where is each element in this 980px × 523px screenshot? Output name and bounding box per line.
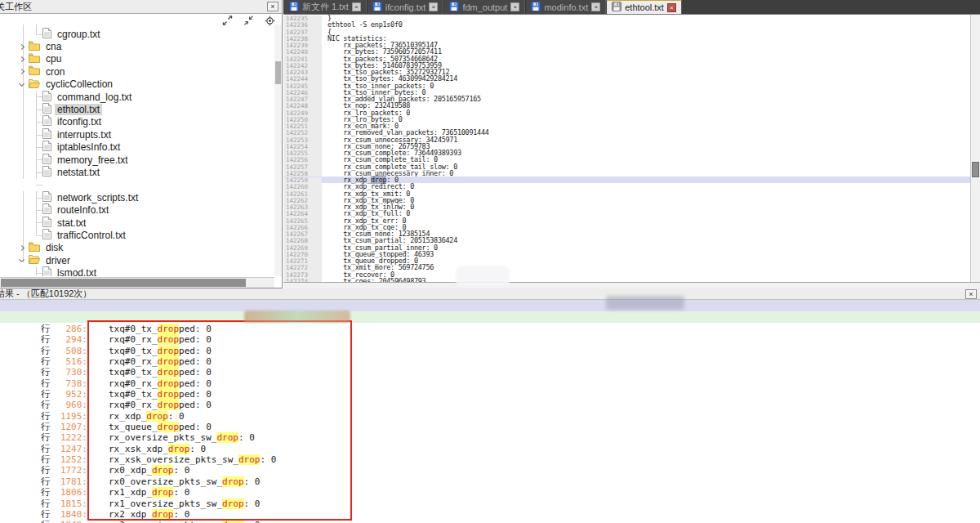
match-row[interactable]: 行508:txq#0_tx_dropped: 0 bbox=[0, 346, 980, 356]
editor-tab[interactable]: ifconfig.txt × bbox=[367, 0, 444, 14]
tree-item-cpu[interactable]: cpu bbox=[0, 53, 274, 65]
match-row[interactable]: 行1840:rx2_xdp_drop: 0 bbox=[0, 509, 980, 520]
scrollbar-thumb[interactable] bbox=[972, 162, 979, 177]
chevron-right-icon[interactable] bbox=[19, 245, 24, 251]
tree-item-cyclicCollection[interactable]: cyclicCollection bbox=[0, 78, 274, 91]
editor-horizontal-scrollbar[interactable] bbox=[283, 282, 980, 288]
match-row[interactable]: 行294:rxq#0_rx_dropped: 0 bbox=[0, 334, 980, 345]
match-highlight: drop bbox=[146, 411, 168, 422]
file-icon bbox=[42, 91, 51, 101]
match-row[interactable]: 行1252:rx_xsk_oversize_pkts_sw_drop: 0 bbox=[0, 454, 980, 465]
scrollbar-thumb[interactable] bbox=[1, 279, 246, 287]
match-highlight: drop bbox=[158, 324, 180, 334]
file-icon bbox=[42, 191, 51, 202]
file-icon bbox=[42, 128, 51, 139]
tree-item-network_scripts-txt[interactable]: network_scripts.txt bbox=[0, 191, 274, 203]
editor-vertical-scrollbar[interactable] bbox=[970, 15, 980, 282]
workspace-close-icon[interactable]: × bbox=[267, 2, 278, 11]
match-row[interactable]: 行960:rxq#0_rx_dropped: 0 bbox=[0, 400, 980, 410]
tree-item-driver[interactable]: driver bbox=[0, 254, 274, 266]
editor-tab[interactable]: 新文件 1.txt × bbox=[283, 0, 367, 14]
match-row[interactable]: 行738:rxq#0_rx_dropped: 0 bbox=[0, 378, 980, 389]
tab-close-icon[interactable]: × bbox=[510, 2, 519, 11]
match-line-number: 1207: bbox=[53, 422, 87, 432]
match-row[interactable]: 行516:rxq#0_rx_dropped: 0 bbox=[0, 356, 980, 367]
match-highlight: drop bbox=[152, 465, 174, 476]
tree-vertical-scrollbar[interactable] bbox=[274, 25, 282, 276]
tree-item-label: cgroup.txt bbox=[55, 29, 103, 40]
tree-item-ethtool-txt[interactable]: ethtool.txt bbox=[0, 103, 274, 115]
match-line-number: 1806: bbox=[53, 487, 87, 498]
results-panel-title: 结果 - （匹配10192次） bbox=[0, 288, 980, 299]
tab-close-icon[interactable]: × bbox=[667, 3, 676, 12]
match-row[interactable]: 行1207:tx_queue_dropped: 0 bbox=[0, 422, 980, 432]
match-text: txq#0_tx_dropped: 0 bbox=[109, 367, 212, 378]
tab-close-icon[interactable]: × bbox=[352, 2, 361, 11]
editor-tab[interactable]: modinfo.txt × bbox=[525, 0, 606, 14]
chevron-down-icon[interactable] bbox=[19, 81, 24, 87]
editor-tab[interactable]: ethtool.txt × bbox=[606, 0, 682, 14]
match-row[interactable]: 行1247:rx_xsk_xdp_drop: 0 bbox=[0, 444, 980, 454]
tree-item-stat-txt[interactable]: stat.txt bbox=[0, 217, 274, 229]
result-file-path-line[interactable]: E:\日志\armod0523.odata.ncmp.unicom.locaar… bbox=[0, 311, 980, 323]
chevron-right-icon[interactable] bbox=[19, 44, 24, 50]
match-row[interactable]: 行1781:rx0_oversize_pkts_sw_drop: 0 bbox=[0, 476, 980, 487]
tree-item-label: netstat.txt bbox=[55, 167, 102, 178]
workspace-panel-title: 关工作区 bbox=[0, 0, 282, 13]
editor-tab[interactable]: fdm_output × bbox=[443, 0, 525, 14]
file-icon bbox=[42, 217, 51, 227]
match-row[interactable]: 行1195:rx_xdp_drop: 0 bbox=[0, 411, 980, 422]
match-text: rx_xsk_xdp_drop: 0 bbox=[109, 444, 206, 454]
results-close-icon[interactable]: × bbox=[965, 289, 977, 299]
tree-item-interrupts-txt[interactable]: interrupts.txt bbox=[0, 128, 274, 141]
file-icon bbox=[42, 229, 51, 239]
tree-item-iptablesInfo-txt[interactable]: iptablesInfo.txt bbox=[0, 141, 274, 154]
tree-horizontal-scrollbar[interactable] bbox=[0, 277, 274, 288]
match-highlight: drop bbox=[158, 378, 180, 389]
line-word-label: 行 bbox=[41, 422, 53, 432]
tab-close-icon[interactable]: × bbox=[591, 2, 600, 11]
tree-item-lsmod-txt[interactable]: lsmod.txt bbox=[0, 266, 274, 276]
match-highlight: drop bbox=[158, 367, 180, 378]
scrollbar-thumb[interactable] bbox=[275, 61, 281, 84]
tree-item-label: trafficControl.txt bbox=[55, 230, 128, 241]
tree-item-ifconfig-txt[interactable]: ifconfig.txt bbox=[0, 116, 274, 128]
match-highlight: drop bbox=[152, 487, 174, 498]
match-row[interactable]: 行1849:rx2_oversize_pkts_sw_drop: 0 bbox=[0, 520, 980, 523]
tree-item-cron[interactable]: cron bbox=[0, 65, 274, 78]
tree-item-cna[interactable]: cna bbox=[0, 40, 274, 52]
chevron-right-icon[interactable] bbox=[19, 56, 24, 62]
tree-item-routeInfo-txt[interactable]: routeInfo.txt bbox=[0, 203, 274, 216]
tree-blank-row bbox=[0, 179, 274, 191]
folder-icon bbox=[29, 53, 40, 63]
tree-item-cgroup-txt[interactable]: cgroup.txt bbox=[0, 28, 274, 40]
match-row[interactable]: 行952:txq#0_tx_dropped: 0 bbox=[0, 389, 980, 400]
match-line-number: 508: bbox=[53, 346, 87, 356]
match-text: rx_xdp_drop: 0 bbox=[109, 411, 185, 422]
save-icon-slot bbox=[372, 2, 382, 13]
tree-item-trafficControl-txt[interactable]: trafficControl.txt bbox=[0, 229, 274, 241]
chevron-right-icon[interactable] bbox=[19, 69, 24, 74]
search-results-panel: 结果 - （匹配10192次） × 索 "drop" （1个文件中匹配到1019… bbox=[0, 288, 980, 523]
tab-label: ethtool.txt bbox=[625, 2, 664, 12]
file-tree[interactable]: cgroup.txt cna cpu cron cyclicCollection… bbox=[0, 25, 274, 276]
tree-item-disk[interactable]: disk bbox=[0, 242, 274, 254]
tree-item-memory_free-txt[interactable]: memory_free.txt bbox=[0, 154, 274, 166]
tab-close-icon[interactable]: × bbox=[429, 2, 438, 11]
file-icon bbox=[42, 141, 51, 151]
chevron-down-icon[interactable] bbox=[19, 257, 24, 262]
match-line-number: 1815: bbox=[53, 498, 87, 509]
tree-item-command_log-txt[interactable]: command_log.txt bbox=[0, 91, 274, 103]
match-highlight: drop bbox=[152, 509, 174, 520]
match-highlight: drop bbox=[222, 476, 244, 487]
match-row[interactable]: 行1222:rx_oversize_pkts_sw_drop: 0 bbox=[0, 432, 980, 443]
match-row[interactable]: 行1772:rx0_xdp_drop: 0 bbox=[0, 465, 980, 476]
save-icon bbox=[612, 2, 621, 11]
match-row[interactable]: 行1815:rx1_oversize_pkts_sw_drop: 0 bbox=[0, 498, 980, 509]
editor-text-area[interactable]: 142235}142236ethtool -S enp1s0f0142237{1… bbox=[283, 15, 970, 282]
match-row[interactable]: 行730:txq#0_tx_dropped: 0 bbox=[0, 367, 980, 378]
match-row[interactable]: 行1806:rx1_xdp_drop: 0 bbox=[0, 487, 980, 498]
match-row[interactable]: 行286:txq#0_tx_dropped: 0 bbox=[0, 324, 980, 334]
match-line-number: 1840: bbox=[53, 509, 87, 520]
tree-item-netstat-txt[interactable]: netstat.txt bbox=[0, 166, 274, 178]
